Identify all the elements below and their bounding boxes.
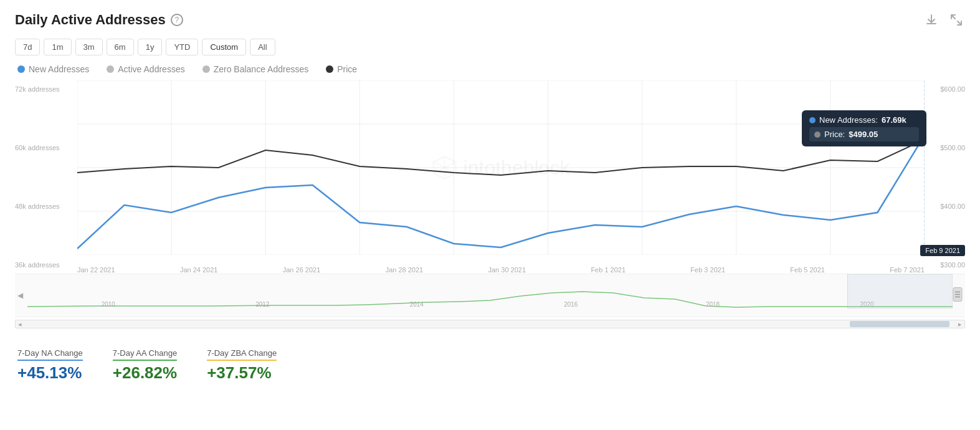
legend-price[interactable]: Price xyxy=(326,64,357,74)
legend-row: New Addresses Active Addresses Zero Bala… xyxy=(15,64,965,74)
scrollbar[interactable]: ◂ ▸ xyxy=(15,320,965,328)
stat-aa-label: 7-Day AA Change xyxy=(113,348,177,361)
y-label-600: $600.00 xyxy=(940,85,965,93)
y-label-400: $400.00 xyxy=(940,203,965,210)
y-label-60k: 60k addresses xyxy=(15,144,60,151)
help-icon[interactable]: ? xyxy=(171,14,183,26)
legend-dot-zero xyxy=(202,65,210,73)
mini-chart-container: ◀ 2010 2012 2014 2016 2018 2020 xyxy=(15,274,965,317)
mini-scroll-left[interactable]: ◀ xyxy=(17,291,23,300)
stat-na: 7-Day NA Change +45.13% xyxy=(17,348,83,383)
expand-button[interactable] xyxy=(948,11,965,29)
filter-all[interactable]: All xyxy=(250,39,275,55)
legend-label-price: Price xyxy=(337,64,357,74)
y-label-300: $300.00 xyxy=(940,261,965,269)
y-label-48k: 48k addresses xyxy=(15,203,60,210)
svg-text:2018: 2018 xyxy=(706,301,720,308)
x-axis-row: Jan 22 2021 Jan 24 2021 Jan 26 2021 Jan … xyxy=(77,266,925,274)
header-icons xyxy=(923,11,965,29)
header-row: Daily Active Addresses ? xyxy=(15,11,965,29)
tooltip-new-row: New Addresses: 67.69k xyxy=(809,115,919,125)
y-label-36k: 36k addresses xyxy=(15,261,60,269)
mini-scroll-right[interactable] xyxy=(953,287,963,304)
stat-aa-value: +26.82% xyxy=(113,363,177,383)
filter-7d[interactable]: 7d xyxy=(15,39,40,55)
x-label-3: Jan 28 2021 xyxy=(386,266,424,274)
x-label-2: Jan 26 2021 xyxy=(283,266,321,274)
watermark: intotheblock xyxy=(432,155,570,180)
svg-text:2012: 2012 xyxy=(255,301,269,308)
filter-3m[interactable]: 3m xyxy=(75,39,103,55)
download-button[interactable] xyxy=(923,11,940,29)
filter-ytd[interactable]: YTD xyxy=(166,39,198,55)
y-label-72k: 72k addresses xyxy=(15,85,60,93)
tooltip-box: New Addresses: 67.69k Price: $499.05 xyxy=(802,110,926,146)
tooltip-price-row: Price: $499.05 xyxy=(809,127,919,141)
main-chart-area: 72k addresses 60k addresses 48k addresse… xyxy=(15,80,965,274)
scroll-thumb[interactable] xyxy=(850,321,949,327)
date-tooltip: Feb 9 2021 xyxy=(920,245,965,256)
legend-label-active: Active Addresses xyxy=(118,64,184,74)
tooltip-dot-new xyxy=(809,117,816,123)
tooltip-new-label: New Addresses: xyxy=(819,115,878,125)
filter-6m[interactable]: 6m xyxy=(107,39,134,55)
stat-zba: 7-Day ZBA Change +37.57% xyxy=(207,348,277,383)
filter-1y[interactable]: 1y xyxy=(138,39,163,55)
tooltip-price-label: Price: xyxy=(824,130,845,139)
x-label-7: Feb 5 2021 xyxy=(790,266,825,274)
chart-title: Daily Active Addresses xyxy=(15,12,166,28)
x-label-1: Jan 24 2021 xyxy=(180,266,218,274)
stat-zba-value: +37.57% xyxy=(207,363,277,383)
legend-dot-price xyxy=(326,65,333,73)
svg-text:2010: 2010 xyxy=(102,301,115,308)
svg-text:2014: 2014 xyxy=(410,301,424,308)
stats-row: 7-Day NA Change +45.13% 7-Day AA Change … xyxy=(15,337,965,385)
legend-label-zero: Zero Balance Addresses xyxy=(214,64,309,74)
stat-aa: 7-Day AA Change +26.82% xyxy=(113,348,177,383)
filter-1m[interactable]: 1m xyxy=(44,39,71,55)
title-group: Daily Active Addresses ? xyxy=(15,12,183,28)
y-label-500: $500.00 xyxy=(940,144,965,151)
x-label-5: Feb 1 2021 xyxy=(591,266,626,274)
svg-rect-28 xyxy=(848,274,953,308)
legend-dot-new xyxy=(17,65,25,73)
tooltip-new-value: 67.69k xyxy=(882,115,906,125)
y-axis-left: 72k addresses 60k addresses 48k addresse… xyxy=(15,80,60,274)
legend-new-addresses[interactable]: New Addresses xyxy=(17,64,89,74)
tooltip-price-value: $499.05 xyxy=(849,130,878,139)
x-label-8: Feb 7 2021 xyxy=(890,266,925,274)
legend-dot-active xyxy=(107,65,114,73)
legend-label-new: New Addresses xyxy=(29,64,89,74)
watermark-text: intotheblock xyxy=(464,156,570,179)
stat-na-label: 7-Day NA Change xyxy=(17,348,83,361)
stat-na-value: +45.13% xyxy=(17,363,83,383)
x-label-0: Jan 22 2021 xyxy=(77,266,115,274)
mini-chart-svg: 2010 2012 2014 2016 2018 2020 xyxy=(27,274,953,317)
scroll-arrow-right[interactable]: ▸ xyxy=(958,320,962,328)
time-filter-row: 7d 1m 3m 6m 1y YTD Custom All xyxy=(15,39,965,55)
chart-svg-container: intotheblock xyxy=(77,80,925,255)
stat-zba-label: 7-Day ZBA Change xyxy=(207,348,277,361)
x-label-4: Jan 30 2021 xyxy=(488,266,526,274)
svg-text:2016: 2016 xyxy=(564,301,578,308)
scroll-arrow-left[interactable]: ◂ xyxy=(18,320,22,328)
legend-zero-balance[interactable]: Zero Balance Addresses xyxy=(202,64,309,74)
legend-active-addresses[interactable]: Active Addresses xyxy=(107,64,184,74)
tooltip-price-dot xyxy=(814,131,821,138)
x-label-6: Feb 3 2021 xyxy=(690,266,725,274)
filter-custom[interactable]: Custom xyxy=(202,39,246,55)
